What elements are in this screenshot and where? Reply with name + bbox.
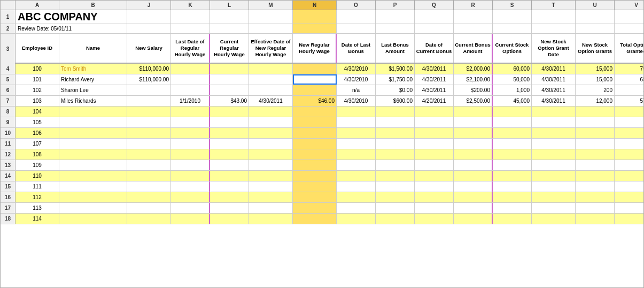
list-item[interactable]	[576, 181, 615, 192]
list-item[interactable]	[127, 117, 171, 127]
list-item[interactable]	[127, 139, 171, 149]
list-item[interactable]	[171, 149, 210, 160]
list-item[interactable]: 102	[15, 85, 59, 95]
list-item[interactable]	[376, 139, 415, 149]
list-item[interactable]	[171, 192, 210, 202]
list-item[interactable]	[454, 214, 493, 224]
list-item[interactable]	[615, 160, 644, 170]
list-item[interactable]	[249, 171, 293, 181]
list-item[interactable]	[415, 192, 454, 202]
list-item[interactable]	[337, 214, 376, 224]
list-item[interactable]	[210, 160, 249, 170]
list-item[interactable]	[127, 85, 171, 95]
list-item[interactable]	[210, 128, 249, 138]
col-header-U[interactable]: U	[576, 1, 615, 10]
list-item[interactable]: 4/30/2011	[532, 74, 576, 85]
list-item[interactable]	[615, 139, 644, 149]
list-item[interactable]	[249, 181, 293, 192]
list-item[interactable]	[337, 203, 376, 213]
list-item[interactable]: 1,000	[493, 85, 532, 95]
list-item[interactable]	[59, 192, 127, 202]
col-header-R[interactable]: R	[454, 1, 493, 10]
list-item[interactable]: 4/30/2010	[337, 74, 376, 85]
list-item[interactable]: 50,000	[493, 74, 532, 85]
list-item[interactable]	[171, 203, 210, 213]
list-item[interactable]: $110,000.00	[127, 64, 171, 74]
list-item[interactable]	[293, 214, 337, 224]
list-item[interactable]: 45,000	[493, 96, 532, 106]
list-item[interactable]: Sharon Lee	[59, 85, 127, 95]
list-item[interactable]	[454, 192, 493, 202]
list-item[interactable]: 109	[15, 160, 59, 170]
list-item[interactable]	[615, 107, 644, 117]
list-item[interactable]	[210, 149, 249, 160]
list-item[interactable]	[59, 128, 127, 138]
list-item[interactable]: 1,200	[615, 85, 644, 95]
list-item[interactable]	[415, 107, 454, 117]
list-item[interactable]: 4/20/2011	[415, 96, 454, 106]
list-item[interactable]	[493, 171, 532, 181]
list-item[interactable]	[293, 160, 337, 170]
list-item[interactable]	[337, 128, 376, 138]
list-item[interactable]: Richard Avery	[59, 74, 127, 85]
list-item[interactable]: 15,000	[576, 74, 615, 85]
list-item[interactable]: 15,000	[576, 64, 615, 74]
list-item[interactable]: 12,000	[576, 96, 615, 106]
list-item[interactable]	[249, 64, 293, 74]
list-item[interactable]	[415, 139, 454, 149]
list-item[interactable]	[376, 128, 415, 138]
list-item[interactable]	[337, 149, 376, 160]
list-item[interactable]	[454, 160, 493, 170]
list-item[interactable]	[337, 160, 376, 170]
list-item[interactable]: 107	[15, 139, 59, 149]
list-item[interactable]: 75,000	[615, 64, 644, 74]
list-item[interactable]	[210, 74, 249, 85]
list-item[interactable]	[615, 214, 644, 224]
list-item[interactable]	[576, 203, 615, 213]
list-item[interactable]	[376, 214, 415, 224]
list-item[interactable]	[127, 160, 171, 170]
list-item[interactable]	[171, 181, 210, 192]
list-item[interactable]	[576, 128, 615, 138]
list-item[interactable]	[615, 149, 644, 160]
list-item[interactable]	[59, 117, 127, 127]
list-item[interactable]	[249, 203, 293, 213]
list-item[interactable]	[249, 74, 293, 85]
list-item[interactable]: $1,500.00	[376, 64, 415, 74]
list-item[interactable]	[337, 181, 376, 192]
list-item[interactable]	[127, 128, 171, 138]
list-item[interactable]	[210, 171, 249, 181]
list-item[interactable]	[493, 128, 532, 138]
list-item[interactable]	[171, 139, 210, 149]
list-item[interactable]: 4/30/2011	[415, 74, 454, 85]
list-item[interactable]	[171, 74, 210, 85]
list-item[interactable]	[376, 181, 415, 192]
list-item[interactable]	[59, 149, 127, 160]
list-item[interactable]	[532, 107, 576, 117]
list-item[interactable]	[171, 117, 210, 127]
list-item[interactable]: $2,100.00	[454, 74, 493, 85]
list-item[interactable]	[293, 181, 337, 192]
list-item[interactable]	[376, 117, 415, 127]
list-item[interactable]	[576, 171, 615, 181]
list-item[interactable]	[59, 107, 127, 117]
list-item[interactable]	[376, 149, 415, 160]
list-item[interactable]	[210, 203, 249, 213]
list-item[interactable]	[249, 192, 293, 202]
list-item[interactable]	[249, 139, 293, 149]
col-header-K[interactable]: K	[171, 1, 210, 10]
col-header-S[interactable]: S	[493, 1, 532, 10]
list-item[interactable]	[454, 107, 493, 117]
list-item[interactable]	[415, 149, 454, 160]
list-item[interactable]	[576, 160, 615, 170]
list-item[interactable]	[415, 160, 454, 170]
list-item[interactable]	[59, 181, 127, 192]
list-item[interactable]	[415, 117, 454, 127]
list-item[interactable]: 65,000	[615, 74, 644, 85]
list-item[interactable]	[337, 139, 376, 149]
list-item[interactable]	[493, 203, 532, 213]
list-item[interactable]	[532, 139, 576, 149]
col-header-N[interactable]: N	[293, 1, 337, 10]
list-item[interactable]	[249, 128, 293, 138]
list-item[interactable]: 4/30/2010	[337, 96, 376, 106]
